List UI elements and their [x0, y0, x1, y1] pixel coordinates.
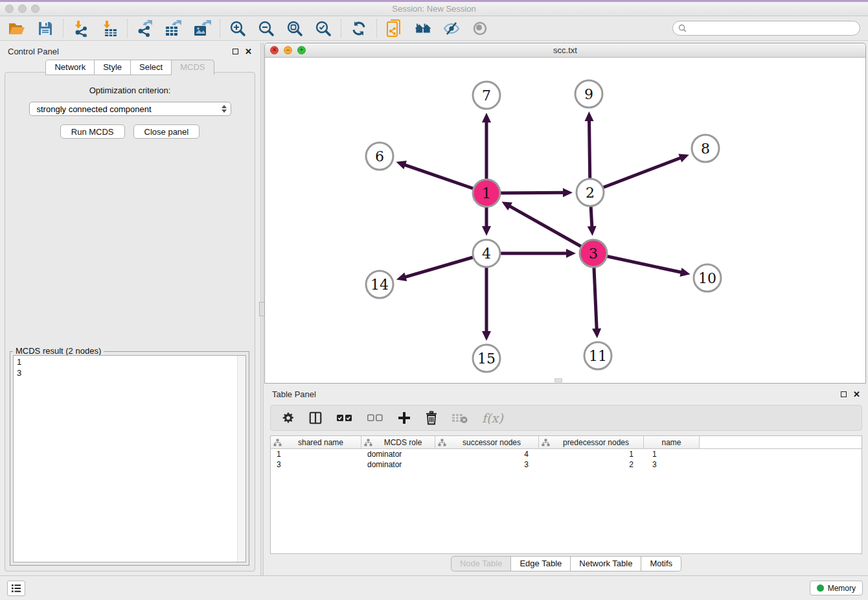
vertical-splitter[interactable]: [260, 43, 264, 575]
cell-shared-name[interactable]: 1: [271, 450, 361, 459]
export-image-icon[interactable]: [193, 19, 211, 38]
import-network-icon[interactable]: [72, 19, 90, 38]
select-all-columns-icon[interactable]: [336, 413, 353, 422]
tab-style[interactable]: Style: [95, 60, 131, 75]
delete-columns-trash-icon[interactable]: [425, 411, 438, 425]
cell-mcds-role[interactable]: dominator: [361, 460, 435, 469]
open-file-icon[interactable]: [8, 19, 26, 38]
export-table-icon[interactable]: [165, 19, 183, 38]
zoom-in-icon[interactable]: [229, 19, 247, 38]
result-scrollbar[interactable]: [237, 356, 246, 562]
graph-edge-2-8[interactable]: [590, 157, 681, 192]
export-network-icon[interactable]: [136, 19, 154, 38]
mcds-result-groupbox: MCDS result (2 nodes) 1 3: [10, 351, 249, 566]
search-input[interactable]: [690, 24, 854, 33]
select-stepper-icon: [222, 102, 227, 115]
table-row[interactable]: 3 dominator 3 2 3: [271, 459, 862, 470]
graph-node-label: 10: [698, 270, 716, 286]
table-toolbar: f(x): [270, 405, 862, 431]
network-canvas[interactable]: 1234678910111415: [265, 58, 865, 383]
tab-node-table[interactable]: Node Table: [451, 556, 512, 571]
graph-arrowhead: [585, 111, 594, 121]
close-panel-button[interactable]: Close panel: [133, 124, 200, 139]
show-column-panel-icon[interactable]: [308, 411, 323, 425]
graph-arrowhead: [396, 161, 407, 169]
table-row[interactable]: 1 dominator 4 1 1: [271, 449, 862, 459]
column-header-successor-nodes[interactable]: successor nodes: [435, 436, 539, 448]
table-header-row: shared name MCDS role successor nodes pr…: [271, 436, 862, 449]
cell-shared-name[interactable]: 3: [271, 460, 361, 469]
cell-successor-nodes[interactable]: 4: [435, 450, 539, 459]
network-window-titlebar[interactable]: ✕ – + scc.txt: [265, 43, 865, 58]
header-filler: [700, 436, 862, 448]
cell-mcds-role[interactable]: dominator: [361, 450, 435, 459]
graph-node-label: 15: [477, 351, 496, 367]
table-options-gear-icon[interactable]: [282, 411, 295, 424]
column-header-shared-name[interactable]: shared name: [271, 436, 361, 448]
column-header-mcds-role[interactable]: MCDS role: [361, 436, 435, 448]
hide-selected-eye-icon[interactable]: [442, 19, 461, 38]
graph-node-label: 3: [589, 246, 598, 262]
import-table-icon[interactable]: [100, 19, 119, 38]
main-titlebar: Session: New Session: [0, 2, 868, 16]
table-tabs: Node Table Edge Table Network Table Moti…: [264, 556, 868, 571]
memory-button[interactable]: Memory: [810, 581, 863, 595]
zoom-selected-icon[interactable]: [314, 19, 332, 38]
cell-predecessor-nodes[interactable]: 2: [539, 460, 644, 469]
deselect-all-columns-icon[interactable]: [367, 413, 383, 422]
graph-node-label: 7: [482, 87, 491, 104]
float-panel-icon[interactable]: [233, 49, 238, 54]
criterion-selected-value: strongly connected component: [37, 104, 152, 114]
optimization-criterion-label: Optimization criterion:: [5, 86, 255, 95]
cell-predecessor-nodes[interactable]: 1: [539, 450, 644, 459]
control-panel-header: Control Panel ✕: [0, 43, 260, 60]
tab-network[interactable]: Network: [45, 60, 95, 75]
run-mcds-button[interactable]: Run MCDS: [60, 124, 125, 139]
graph-arrowhead: [680, 268, 690, 277]
function-builder-icon: f(x): [482, 411, 503, 425]
graph-arrowhead: [396, 273, 407, 281]
graph-node-label: 11: [589, 348, 607, 364]
float-table-panel-icon[interactable]: [841, 391, 847, 397]
tab-edge-table[interactable]: Edge Table: [511, 556, 571, 571]
cell-name[interactable]: 3: [644, 460, 700, 469]
toolbar-separator: [63, 19, 63, 38]
refresh-layout-icon[interactable]: [350, 19, 368, 38]
criterion-select[interactable]: strongly connected component: [29, 102, 231, 116]
column-type-icon: [438, 439, 446, 446]
home-icon[interactable]: [414, 19, 432, 38]
save-session-icon[interactable]: [36, 19, 54, 38]
network-resize-handle[interactable]: [554, 378, 562, 382]
graph-arrowhead: [482, 113, 491, 122]
network-view-window: ✕ – + scc.txt 1234678910111415: [264, 43, 866, 384]
delete-table-icon: [451, 412, 468, 424]
graph-node-label: 6: [375, 148, 384, 165]
cell-successor-nodes[interactable]: 3: [435, 460, 539, 469]
graph-arrowhead: [482, 331, 491, 341]
column-header-name[interactable]: name: [644, 436, 700, 448]
column-header-predecessor-nodes[interactable]: predecessor nodes: [539, 436, 644, 448]
graph-node-label: 9: [584, 86, 593, 102]
tab-network-table[interactable]: Network Table: [571, 556, 641, 571]
graph-arrowhead: [482, 226, 491, 236]
tab-motifs[interactable]: Motifs: [641, 556, 681, 571]
memory-status-icon: [817, 584, 824, 592]
network-window-title: scc.txt: [265, 45, 865, 55]
zoom-out-icon[interactable]: [257, 19, 275, 38]
main-toolbar: [0, 16, 868, 41]
zoom-fit-icon[interactable]: [286, 19, 304, 38]
tab-select[interactable]: Select: [131, 60, 172, 75]
cell-name[interactable]: 1: [644, 450, 700, 459]
column-type-icon: [542, 439, 550, 446]
show-all-eye-icon[interactable]: [471, 19, 489, 38]
mcds-result-text[interactable]: 1 3: [14, 356, 237, 562]
tab-mcds[interactable]: MCDS: [172, 60, 214, 75]
task-history-button[interactable]: [7, 581, 25, 596]
table-panel: Table Panel ✕ f(x): [264, 386, 868, 575]
graph-node-label: 1: [482, 185, 491, 202]
memory-label: Memory: [828, 584, 856, 593]
close-table-panel-icon[interactable]: ✕: [853, 390, 860, 398]
new-network-from-selection-icon[interactable]: [385, 19, 404, 38]
create-column-icon[interactable]: [397, 411, 411, 425]
close-panel-icon[interactable]: ✕: [245, 47, 252, 56]
